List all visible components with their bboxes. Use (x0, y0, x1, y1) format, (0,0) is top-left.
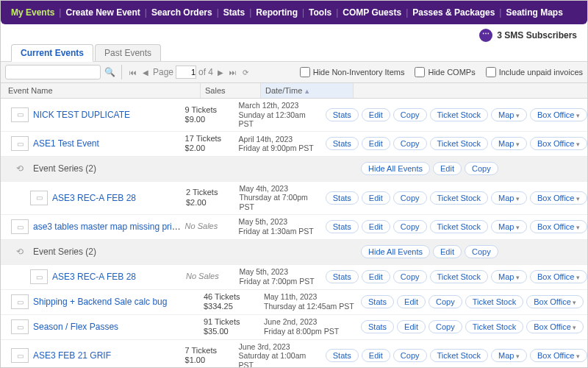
stats-button[interactable]: Stats (361, 295, 394, 308)
tab-current-events[interactable]: Current Events (11, 44, 93, 62)
box-office-button[interactable]: Box Office (530, 137, 587, 150)
checkbox[interactable] (415, 67, 425, 77)
hide-all-events-button[interactable]: Hide All Events (361, 245, 430, 258)
nav-create-new-event[interactable]: Create New Event (62, 7, 143, 18)
nav-tools[interactable]: Tools (306, 7, 334, 18)
search-icon[interactable]: 🔍 (104, 66, 115, 78)
map-button[interactable]: Map (491, 191, 527, 205)
row-actions: StatsEditCopyTicket StockBox Office (356, 295, 587, 308)
map-button[interactable]: Map (491, 220, 527, 233)
copy-button[interactable]: Copy (429, 320, 462, 333)
copy-button[interactable]: Copy (465, 245, 498, 258)
sms-subscribers[interactable]: 3 SMS Subscribers (1, 24, 587, 42)
ticket-stock-button[interactable]: Ticket Stock (465, 320, 524, 333)
copy-button[interactable]: Copy (393, 349, 427, 362)
stats-button[interactable]: Stats (326, 137, 359, 150)
nav-divider: | (215, 7, 220, 18)
edit-button[interactable]: Edit (362, 220, 390, 233)
nav-my-events[interactable]: My Events (8, 7, 57, 18)
ticket-stock-button[interactable]: Ticket Stock (465, 295, 524, 308)
nav-seating-maps[interactable]: Seating Maps (503, 7, 565, 18)
event-name-link[interactable]: Season / Flex Passes (33, 322, 118, 332)
map-button[interactable]: Map (491, 270, 527, 283)
stats-button[interactable]: Stats (326, 108, 359, 121)
column-date-time[interactable]: Date/Time▲ (261, 83, 354, 98)
nav-reporting[interactable]: Reporting (253, 7, 301, 18)
refresh-icon[interactable]: ⟳ (240, 68, 251, 77)
edit-button[interactable]: Edit (362, 108, 390, 121)
stats-button[interactable]: Stats (326, 270, 359, 283)
event-name-link[interactable]: ASE3 REC-A FEB 28 (52, 272, 136, 282)
sales-tickets: 9 Tickets (185, 105, 217, 114)
sales-cell: No Sales (185, 222, 239, 231)
copy-button[interactable]: Copy (393, 191, 427, 205)
row-actions: StatsEditCopyTicket StockMapBox Office (321, 191, 587, 205)
column-sales[interactable]: Sales (201, 83, 261, 98)
edit-button[interactable]: Edit (362, 137, 390, 150)
filter-include-unpaid[interactable]: Include unpaid invoices (486, 67, 583, 77)
ticket-stock-button[interactable]: Ticket Stock (430, 191, 489, 205)
edit-button[interactable]: Edit (397, 320, 426, 333)
date-cell: June 2nd, 2023Friday at 8:00pm PST (264, 317, 356, 336)
nav-passes-packages[interactable]: Passes & Packages (409, 7, 498, 18)
map-button[interactable]: Map (491, 137, 527, 150)
stats-button[interactable]: Stats (326, 349, 359, 362)
edit-button[interactable]: Edit (362, 191, 390, 205)
copy-button[interactable]: Copy (393, 270, 427, 283)
box-office-button[interactable]: Box Office (530, 220, 587, 233)
nav-stats[interactable]: Stats (220, 7, 248, 18)
event-name-link[interactable]: ASE1 Test Event (33, 138, 99, 149)
pager-next-icon[interactable]: ▶ (215, 68, 226, 77)
edit-button[interactable]: Edit (433, 245, 462, 258)
ticket-stock-button[interactable]: Ticket Stock (430, 108, 489, 121)
stats-button[interactable]: Stats (326, 191, 359, 205)
pager-last-icon[interactable]: ⏭ (228, 68, 238, 77)
pager-first-icon[interactable]: ⏮ (128, 68, 138, 77)
sales-tickets: 91 Tickets (204, 317, 240, 326)
toolbar-filters: Hide Non-Inventory Items Hide COMPs Incl… (300, 67, 583, 77)
hide-all-events-button[interactable]: Hide All Events (361, 162, 430, 175)
filter-hide-non-inventory[interactable]: Hide Non-Inventory Items (300, 67, 405, 77)
box-office-button[interactable]: Box Office (530, 191, 587, 205)
event-name-link[interactable]: ASE3 REC-A FEB 28 (52, 193, 136, 203)
edit-button[interactable]: Edit (362, 270, 390, 283)
stats-button[interactable]: Stats (361, 320, 394, 333)
event-name-link[interactable]: ase3 tables master map missing priceid (33, 222, 185, 232)
event-name-link[interactable]: NICK TEST DUPLICATE (33, 110, 130, 120)
box-office-button[interactable]: Box Office (530, 349, 587, 362)
copy-button[interactable]: Copy (465, 162, 498, 175)
copy-button[interactable]: Copy (393, 108, 427, 121)
nav-search-orders[interactable]: Search Orders (148, 7, 215, 18)
copy-button[interactable]: Copy (393, 137, 427, 150)
checkbox[interactable] (300, 67, 310, 77)
edit-button[interactable]: Edit (362, 349, 390, 362)
filter-hide-comps[interactable]: Hide COMPs (415, 67, 475, 77)
event-name-link[interactable]: ASE3 FEB 21 GRIF (33, 350, 111, 361)
column-event-name[interactable]: Event Name (1, 83, 201, 98)
map-button[interactable]: Map (491, 108, 527, 121)
date-cell: June 3rd, 2023Saturday at 1:00am PST (239, 342, 321, 368)
edit-button[interactable]: Edit (433, 162, 462, 175)
copy-button[interactable]: Copy (393, 220, 427, 233)
map-button[interactable]: Map (491, 349, 527, 362)
edit-button[interactable]: Edit (397, 295, 426, 308)
ticket-stock-button[interactable]: Ticket Stock (430, 137, 489, 150)
ticket-stock-button[interactable]: Ticket Stock (430, 220, 489, 233)
tab-past-events[interactable]: Past Events (95, 44, 161, 61)
checkbox[interactable] (486, 67, 496, 77)
event-rows-container[interactable]: ▭NICK TEST DUPLICATE9 Tickets$9.00March … (1, 99, 587, 368)
box-office-button[interactable]: Box Office (530, 270, 587, 283)
ticket-stock-button[interactable]: Ticket Stock (430, 270, 489, 283)
nav-comp-guests[interactable]: COMP Guests (340, 7, 404, 18)
box-office-button[interactable]: Box Office (526, 295, 584, 308)
pager-prev-icon[interactable]: ◀ (140, 68, 151, 77)
copy-button[interactable]: Copy (429, 295, 462, 308)
event-name-link[interactable]: Shipping + Backend Sale calc bug (33, 297, 167, 307)
box-office-button[interactable]: Box Office (530, 108, 587, 121)
ticket-stock-button[interactable]: Ticket Stock (430, 349, 489, 362)
search-input[interactable] (5, 65, 101, 79)
date-cell: May 4th, 2023Thursday at 7:00pm PST (239, 184, 320, 212)
pager-page-input[interactable] (176, 66, 196, 79)
box-office-button[interactable]: Box Office (526, 320, 584, 333)
stats-button[interactable]: Stats (326, 220, 359, 233)
